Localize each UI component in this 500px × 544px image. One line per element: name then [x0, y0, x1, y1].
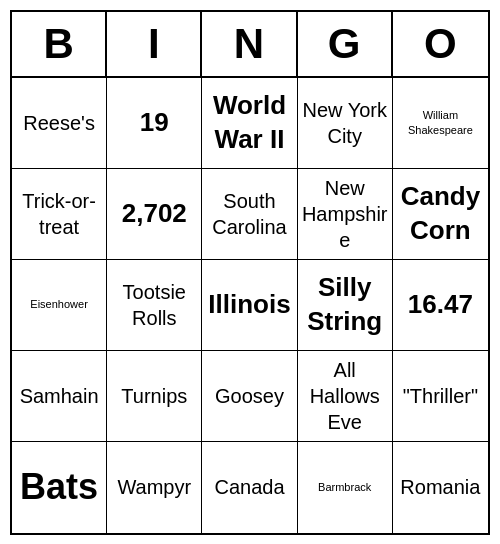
bingo-header: BINGO — [12, 12, 488, 78]
bingo-cell-11: Tootsie Rolls — [107, 260, 202, 351]
bingo-cell-20: Bats — [12, 442, 107, 533]
bingo-cell-13: Silly String — [298, 260, 393, 351]
bingo-cell-22: Canada — [202, 442, 297, 533]
bingo-card: BINGO Reese's19World War IINew York City… — [10, 10, 490, 535]
bingo-cell-3: New York City — [298, 78, 393, 169]
bingo-cell-0: Reese's — [12, 78, 107, 169]
bingo-cell-21: Wampyr — [107, 442, 202, 533]
bingo-cell-5: Trick-or-treat — [12, 169, 107, 260]
bingo-cell-9: Candy Corn — [393, 169, 488, 260]
bingo-cell-14: 16.47 — [393, 260, 488, 351]
bingo-cell-23: Barmbrack — [298, 442, 393, 533]
bingo-cell-18: All Hallows Eve — [298, 351, 393, 442]
bingo-cell-2: World War II — [202, 78, 297, 169]
bingo-cell-6: 2,702 — [107, 169, 202, 260]
bingo-cell-1: 19 — [107, 78, 202, 169]
header-letter-n: N — [202, 12, 297, 76]
bingo-cell-4: William Shakespeare — [393, 78, 488, 169]
bingo-cell-15: Samhain — [12, 351, 107, 442]
header-letter-b: B — [12, 12, 107, 76]
bingo-cell-16: Turnips — [107, 351, 202, 442]
bingo-cell-19: "Thriller" — [393, 351, 488, 442]
header-letter-g: G — [298, 12, 393, 76]
bingo-cell-24: Romania — [393, 442, 488, 533]
bingo-cell-7: South Carolina — [202, 169, 297, 260]
bingo-cell-8: New Hampshire — [298, 169, 393, 260]
bingo-cell-10: Eisenhower — [12, 260, 107, 351]
bingo-grid: Reese's19World War IINew York CityWillia… — [12, 78, 488, 533]
header-letter-o: O — [393, 12, 488, 76]
header-letter-i: I — [107, 12, 202, 76]
bingo-cell-12: Illinois — [202, 260, 297, 351]
bingo-cell-17: Goosey — [202, 351, 297, 442]
